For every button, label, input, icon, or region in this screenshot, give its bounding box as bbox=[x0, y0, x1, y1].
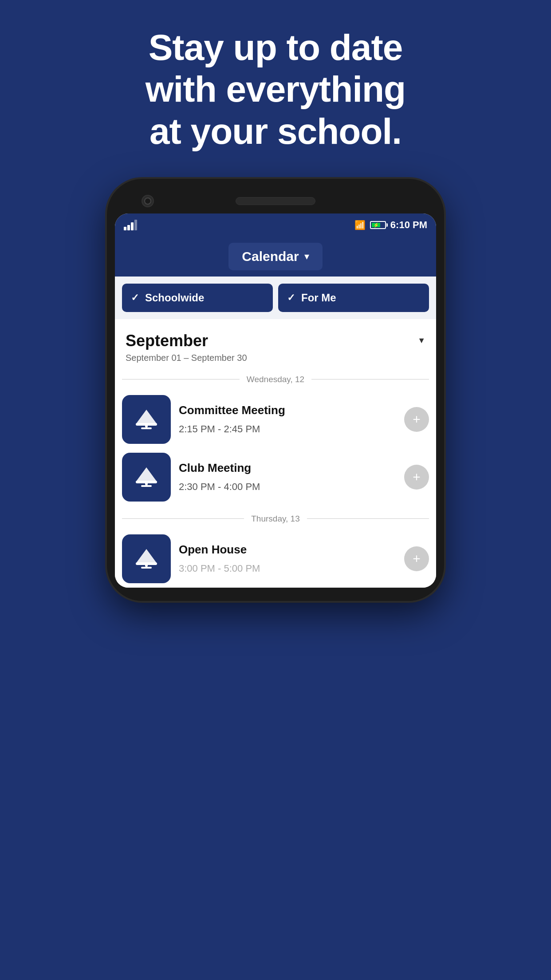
filter-schoolwide-btn[interactable]: ✓ Schoolwide bbox=[122, 284, 273, 312]
phone-mockup: 📶 ⚡ 6:10 PM Calendar ▾ bbox=[0, 179, 551, 601]
event-icon-committee bbox=[122, 395, 171, 444]
svg-rect-3 bbox=[141, 427, 152, 429]
svg-rect-6 bbox=[145, 481, 148, 485]
day-line-thu-right bbox=[307, 518, 429, 519]
forme-label: For Me bbox=[301, 292, 336, 304]
event-icon-openhouse bbox=[122, 534, 171, 583]
status-right-icons: 📶 ⚡ 6:10 PM bbox=[354, 219, 427, 231]
status-time: 6:10 PM bbox=[390, 219, 427, 231]
plus-icon-openhouse: + bbox=[413, 552, 421, 565]
event-add-club-btn[interactable]: + bbox=[404, 465, 429, 490]
day-line-right bbox=[311, 379, 429, 379]
event-icon-club bbox=[122, 453, 171, 502]
calendar-dropdown-btn[interactable]: Calendar ▾ bbox=[228, 243, 322, 270]
event-item-club: Club Meeting 2:30 PM - 4:00 PM + bbox=[115, 448, 436, 506]
signal-bar-4 bbox=[134, 220, 137, 230]
event-details-committee: Committee Meeting 2:15 PM - 2:45 PM bbox=[179, 403, 396, 435]
svg-rect-10 bbox=[145, 562, 148, 567]
header-title: Calendar bbox=[242, 249, 299, 264]
event-title-openhouse: Open House bbox=[179, 543, 396, 557]
wifi-icon: 📶 bbox=[354, 220, 366, 230]
schoolwide-label: Schoolwide bbox=[145, 292, 204, 304]
battery-bolt: ⚡ bbox=[373, 222, 379, 228]
schoolwide-check-icon: ✓ bbox=[131, 292, 139, 304]
day-label-thu: Thursday, 13 bbox=[244, 514, 307, 524]
svg-rect-7 bbox=[141, 485, 152, 487]
app-header: Calendar ▾ bbox=[115, 237, 436, 277]
event-item-openhouse: Open House 3:00 PM - 5:00 PM + bbox=[115, 530, 436, 588]
book-svg-openhouse bbox=[133, 545, 160, 572]
event-time-openhouse: 3:00 PM - 5:00 PM bbox=[179, 563, 396, 574]
svg-rect-11 bbox=[141, 567, 152, 569]
day-separator-wed: Wednesday, 12 bbox=[115, 375, 436, 384]
event-details-club: Club Meeting 2:30 PM - 4:00 PM bbox=[179, 461, 396, 493]
phone-speaker bbox=[236, 197, 315, 205]
hero-heading: Stay up to date with everything at your … bbox=[0, 0, 551, 170]
battery-icon: ⚡ bbox=[370, 221, 386, 229]
event-title-committee: Committee Meeting bbox=[179, 403, 396, 417]
status-bar: 📶 ⚡ 6:10 PM bbox=[115, 213, 436, 237]
day-line-left bbox=[122, 379, 240, 379]
forme-check-icon: ✓ bbox=[287, 292, 295, 304]
svg-marker-9 bbox=[137, 549, 156, 562]
signal-icon bbox=[124, 220, 137, 230]
book-svg-club bbox=[133, 464, 160, 490]
event-add-openhouse-btn[interactable]: + bbox=[404, 546, 429, 571]
book-svg bbox=[133, 406, 160, 433]
hero-line2: with everything bbox=[146, 69, 405, 109]
svg-marker-5 bbox=[137, 467, 156, 481]
event-time-club: 2:30 PM - 4:00 PM bbox=[179, 481, 396, 493]
month-title-row: September ▼ bbox=[126, 332, 425, 350]
hero-line1: Stay up to date bbox=[149, 27, 403, 67]
event-title-club: Club Meeting bbox=[179, 461, 396, 475]
event-item-committee: Committee Meeting 2:15 PM - 2:45 PM + bbox=[115, 391, 436, 448]
event-time-committee: 2:15 PM - 2:45 PM bbox=[179, 423, 396, 435]
event-details-openhouse: Open House 3:00 PM - 5:00 PM bbox=[179, 543, 396, 574]
calendar-content: September ▼ September 01 – September 30 … bbox=[115, 319, 436, 588]
day-label-wed: Wednesday, 12 bbox=[240, 375, 311, 384]
filter-bar: ✓ Schoolwide ✓ For Me bbox=[115, 277, 436, 319]
month-chevron-icon: ▼ bbox=[417, 336, 425, 345]
plus-icon-committee: + bbox=[413, 413, 421, 426]
phone-notch bbox=[115, 192, 436, 210]
plus-icon-club: + bbox=[413, 470, 421, 484]
day-separator-thu: Thursday, 13 bbox=[115, 514, 436, 524]
signal-bar-1 bbox=[124, 227, 126, 230]
svg-rect-2 bbox=[145, 423, 148, 427]
signal-bar-2 bbox=[127, 225, 130, 230]
phone-screen: 📶 ⚡ 6:10 PM Calendar ▾ bbox=[115, 213, 436, 588]
battery-fill: ⚡ bbox=[372, 223, 381, 227]
day-line-thu-left bbox=[122, 518, 244, 519]
front-camera bbox=[142, 195, 154, 207]
filter-forme-btn[interactable]: ✓ For Me bbox=[278, 284, 429, 312]
hero-line3: at your school. bbox=[150, 111, 401, 151]
month-header: September ▼ September 01 – September 30 bbox=[115, 319, 436, 367]
phone-shell: 📶 ⚡ 6:10 PM Calendar ▾ bbox=[107, 179, 444, 601]
header-chevron-icon: ▾ bbox=[304, 251, 309, 262]
month-range: September 01 – September 30 bbox=[126, 353, 425, 363]
signal-bar-3 bbox=[131, 222, 134, 230]
svg-marker-1 bbox=[137, 410, 156, 423]
event-add-committee-btn[interactable]: + bbox=[404, 407, 429, 432]
month-title: September bbox=[126, 332, 208, 350]
